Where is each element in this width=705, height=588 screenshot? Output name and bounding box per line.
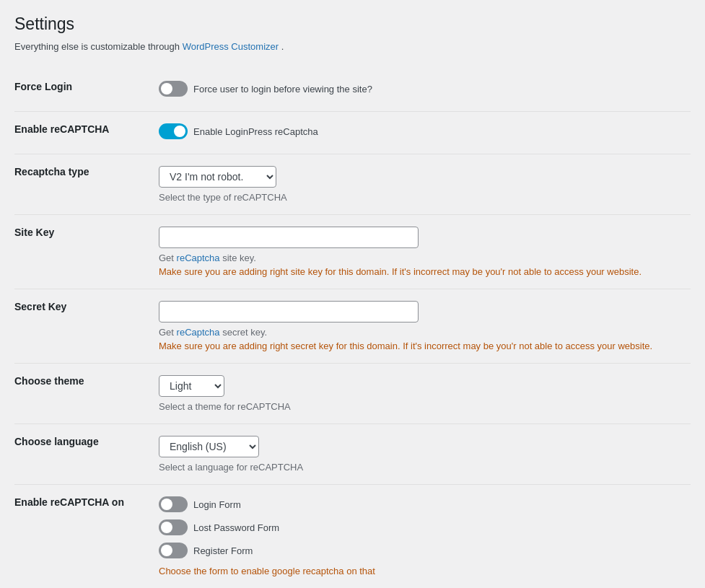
secret-key-get-text: Get reCaptcha secret key. xyxy=(159,327,683,338)
lost-password-form-item: Lost Password Form xyxy=(159,519,683,535)
secret-key-input[interactable] xyxy=(159,301,419,322)
enable-recaptcha-slider xyxy=(159,123,188,139)
register-form-item: Register Form xyxy=(159,543,683,558)
page-title: Settings xyxy=(14,14,691,34)
site-key-recaptcha-link[interactable]: reCaptcha xyxy=(177,253,220,263)
site-key-control: Get reCaptcha site key. Make sure you ar… xyxy=(159,215,691,289)
site-key-warning: Make sure you are adding right site key … xyxy=(159,266,683,277)
choose-theme-select-wrapper: Light Dark xyxy=(159,375,683,397)
register-form-slider xyxy=(159,543,188,558)
secret-key-warning: Make sure you are adding right secret ke… xyxy=(159,341,683,351)
site-key-input[interactable] xyxy=(159,227,419,248)
force-login-toggle-wrapper: Force user to login before viewing the s… xyxy=(159,81,683,97)
recaptcha-type-label: Recaptcha type xyxy=(14,154,159,215)
lost-password-form-slider xyxy=(159,519,188,535)
subtitle: Everything else is customizable through … xyxy=(14,41,691,52)
secret-key-recaptcha-link[interactable]: reCaptcha xyxy=(177,327,220,338)
enable-recaptcha-on-row: Enable reCAPTCHA on Login Form xyxy=(14,485,691,589)
settings-table: Force Login Force user to login before v… xyxy=(14,69,691,588)
recaptcha-type-select-wrapper: V2 I'm not robot. V3 Invisible xyxy=(159,166,683,188)
choose-theme-row: Choose theme Light Dark Select a theme f… xyxy=(14,364,691,424)
recaptcha-type-control: V2 I'm not robot. V3 Invisible Select th… xyxy=(159,154,691,215)
force-login-toggle[interactable] xyxy=(159,81,188,97)
choose-theme-select[interactable]: Light Dark xyxy=(159,375,224,397)
choose-language-row: Choose language English (US) Spanish Fre… xyxy=(14,424,691,485)
choose-theme-control: Light Dark Select a theme for reCAPTCHA xyxy=(159,364,691,424)
force-login-toggle-label: Force user to login before viewing the s… xyxy=(193,84,372,95)
enable-recaptcha-on-label: Enable reCAPTCHA on xyxy=(14,485,159,589)
recaptcha-type-help: Select the type of reCAPTCHA xyxy=(159,192,683,203)
settings-page: Settings Everything else is customizable… xyxy=(0,0,705,588)
choose-language-select[interactable]: English (US) Spanish French German Itali… xyxy=(159,436,259,457)
lost-password-form-toggle[interactable] xyxy=(159,519,188,535)
choose-language-select-wrapper: English (US) Spanish French German Itali… xyxy=(159,436,683,457)
register-form-label: Register Form xyxy=(193,545,253,556)
login-form-toggle[interactable] xyxy=(159,496,188,512)
force-login-slider xyxy=(159,81,188,97)
register-form-toggle[interactable] xyxy=(159,543,188,558)
site-key-label: Site Key xyxy=(14,215,159,289)
login-form-slider xyxy=(159,496,188,512)
force-login-control: Force user to login before viewing the s… xyxy=(159,69,691,112)
choose-theme-label: Choose theme xyxy=(14,364,159,424)
enable-recaptcha-toggle[interactable] xyxy=(159,123,188,139)
enable-recaptcha-row: Enable reCAPTCHA Enable LoginPress reCap… xyxy=(14,112,691,154)
lost-password-form-label: Lost Password Form xyxy=(193,522,279,533)
secret-key-label: Secret Key xyxy=(14,289,159,364)
enable-recaptcha-on-control: Login Form Lost Password Form xyxy=(159,485,691,589)
recaptcha-type-row: Recaptcha type V2 I'm not robot. V3 Invi… xyxy=(14,154,691,215)
recaptcha-on-options: Login Form Lost Password Form xyxy=(159,496,683,558)
enable-recaptcha-toggle-label: Enable LoginPress reCaptcha xyxy=(193,126,318,137)
recaptcha-on-help: Choose the form to enable google recaptc… xyxy=(159,566,683,576)
secret-key-row: Secret Key Get reCaptcha secret key. Mak… xyxy=(14,289,691,364)
choose-language-control: English (US) Spanish French German Itali… xyxy=(159,424,691,485)
login-form-label: Login Form xyxy=(193,499,241,510)
force-login-row: Force Login Force user to login before v… xyxy=(14,69,691,112)
login-form-item: Login Form xyxy=(159,496,683,512)
enable-recaptcha-label: Enable reCAPTCHA xyxy=(14,112,159,154)
enable-recaptcha-control: Enable LoginPress reCaptcha xyxy=(159,112,691,154)
choose-theme-help: Select a theme for reCAPTCHA xyxy=(159,401,683,412)
enable-recaptcha-toggle-wrapper: Enable LoginPress reCaptcha xyxy=(159,123,683,139)
wordpress-customizer-link[interactable]: WordPress Customizer xyxy=(183,41,279,52)
secret-key-control: Get reCaptcha secret key. Make sure you … xyxy=(159,289,691,364)
choose-language-help: Select a language for reCAPTCHA xyxy=(159,462,683,473)
site-key-row: Site Key Get reCaptcha site key. Make su… xyxy=(14,215,691,289)
force-login-label: Force Login xyxy=(14,69,159,112)
recaptcha-type-select[interactable]: V2 I'm not robot. V3 Invisible xyxy=(159,166,276,188)
choose-language-label: Choose language xyxy=(14,424,159,485)
site-key-get-text: Get reCaptcha site key. xyxy=(159,253,683,263)
